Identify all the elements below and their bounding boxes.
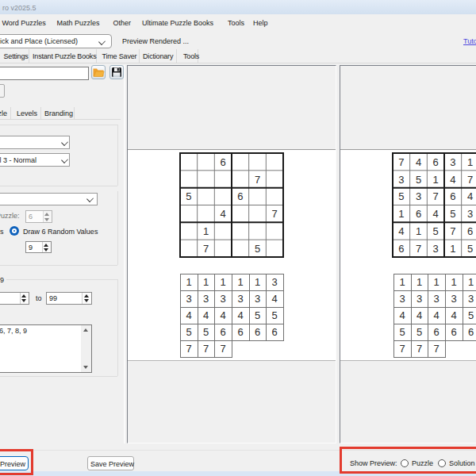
svg-text:7: 7 (255, 174, 260, 186)
svg-text:4: 4 (203, 309, 209, 321)
svg-text:4: 4 (451, 309, 456, 321)
svg-text:1: 1 (450, 243, 455, 255)
svg-text:6: 6 (255, 326, 260, 338)
svg-text:3: 3 (433, 293, 439, 305)
svg-text:5: 5 (203, 326, 209, 338)
svg-text:4: 4 (433, 309, 439, 321)
svg-text:6: 6 (433, 156, 439, 168)
svg-text:3: 3 (399, 293, 405, 305)
svg-text:3: 3 (237, 293, 243, 305)
svg-text:5: 5 (468, 309, 474, 321)
svg-text:7: 7 (416, 343, 422, 355)
svg-text:7: 7 (399, 343, 405, 355)
svg-text:7: 7 (450, 225, 455, 237)
svg-text:7: 7 (203, 243, 209, 255)
svg-text:3: 3 (255, 293, 260, 305)
svg-text:1: 1 (433, 276, 439, 288)
svg-text:5: 5 (399, 326, 405, 338)
svg-text:1: 1 (468, 276, 474, 288)
svg-text:4: 4 (416, 309, 422, 321)
svg-text:3: 3 (416, 190, 421, 202)
svg-text:6: 6 (271, 326, 277, 338)
svg-text:3: 3 (271, 276, 277, 288)
svg-text:7: 7 (433, 190, 439, 202)
svg-text:4: 4 (450, 174, 455, 186)
svg-text:6: 6 (221, 156, 226, 168)
svg-text:5: 5 (450, 208, 455, 220)
svg-text:5: 5 (467, 243, 473, 255)
svg-text:3: 3 (220, 293, 225, 305)
svg-text:6: 6 (237, 326, 243, 338)
svg-text:1: 1 (203, 276, 209, 288)
svg-text:7: 7 (186, 343, 191, 355)
svg-text:5: 5 (416, 326, 422, 338)
svg-text:7: 7 (203, 343, 209, 355)
svg-text:7: 7 (398, 156, 404, 168)
svg-text:1: 1 (220, 276, 225, 288)
svg-text:1: 1 (416, 225, 421, 237)
svg-text:4: 4 (220, 309, 225, 321)
svg-text:1: 1 (399, 276, 405, 288)
svg-text:3: 3 (468, 293, 474, 305)
svg-text:1: 1 (203, 225, 209, 237)
svg-text:1: 1 (237, 276, 243, 288)
svg-text:4: 4 (186, 309, 191, 321)
svg-text:5: 5 (255, 243, 260, 255)
svg-text:6: 6 (467, 225, 473, 237)
svg-text:7: 7 (433, 343, 439, 355)
svg-text:7: 7 (467, 174, 473, 186)
svg-text:6: 6 (398, 243, 404, 255)
svg-text:7: 7 (272, 208, 278, 220)
svg-text:5: 5 (398, 190, 404, 202)
svg-text:5: 5 (255, 309, 260, 321)
svg-text:5: 5 (186, 326, 191, 338)
svg-text:4: 4 (433, 208, 439, 220)
svg-text:1: 1 (255, 276, 260, 288)
svg-text:4: 4 (467, 190, 473, 202)
svg-text:6: 6 (468, 326, 474, 338)
svg-text:1: 1 (186, 276, 191, 288)
svg-text:3: 3 (416, 293, 422, 305)
svg-text:4: 4 (271, 293, 277, 305)
svg-text:3: 3 (451, 293, 456, 305)
svg-text:6: 6 (433, 326, 439, 338)
svg-text:5: 5 (433, 225, 439, 237)
svg-text:5: 5 (271, 309, 277, 321)
svg-text:6: 6 (220, 326, 225, 338)
svg-text:4: 4 (416, 156, 421, 168)
svg-text:1: 1 (451, 276, 456, 288)
svg-text:4: 4 (398, 225, 404, 237)
svg-text:3: 3 (398, 174, 404, 186)
svg-text:6: 6 (451, 326, 456, 338)
svg-text:6: 6 (450, 190, 455, 202)
svg-text:4: 4 (399, 309, 405, 321)
svg-text:1: 1 (398, 208, 404, 220)
svg-text:1: 1 (416, 276, 422, 288)
svg-text:3: 3 (186, 293, 191, 305)
svg-text:4: 4 (221, 208, 226, 220)
svg-text:5: 5 (186, 190, 191, 202)
svg-text:7: 7 (220, 343, 225, 355)
svg-text:3: 3 (203, 293, 209, 305)
svg-text:1: 1 (433, 174, 439, 186)
svg-text:4: 4 (237, 309, 243, 321)
svg-text:7: 7 (416, 243, 421, 255)
svg-text:6: 6 (237, 190, 243, 202)
svg-text:3: 3 (467, 208, 473, 220)
svg-text:6: 6 (416, 208, 421, 220)
svg-text:5: 5 (416, 174, 421, 186)
svg-text:3: 3 (450, 156, 455, 168)
svg-text:1: 1 (467, 156, 473, 168)
svg-text:3: 3 (433, 243, 439, 255)
